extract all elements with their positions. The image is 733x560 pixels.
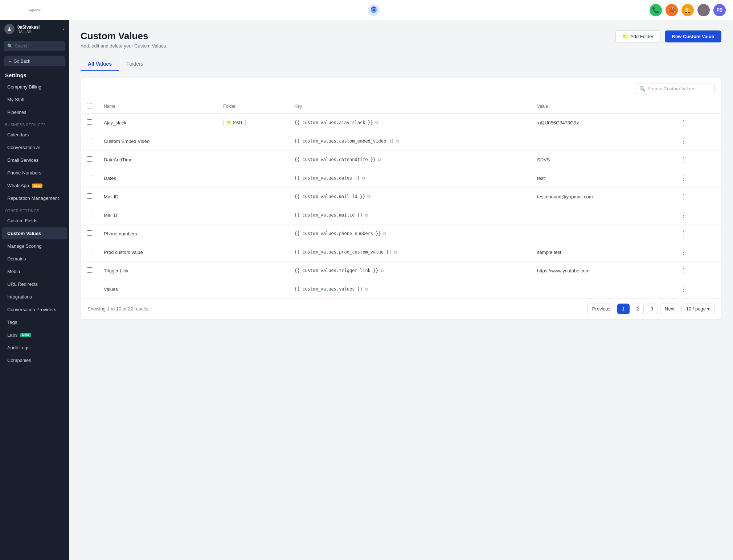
- row-menu-button[interactable]: ⋮: [677, 247, 689, 257]
- copy-icon[interactable]: ⧉: [362, 176, 365, 181]
- row-checkbox[interactable]: [87, 286, 92, 291]
- sidebar-item-media[interactable]: Media: [2, 265, 67, 277]
- row-menu-button[interactable]: ⋮: [677, 284, 689, 294]
- user-avatar-button[interactable]: PB: [713, 4, 726, 16]
- sidebar-item-email-services[interactable]: Email Services: [2, 154, 67, 166]
- col-name: Name: [98, 99, 217, 114]
- row-key: {{ custom_values.ajay_slack }} ⧉: [288, 114, 531, 132]
- copy-icon[interactable]: ⧉: [365, 287, 368, 292]
- table-row: Mail ID {{ custom_values.mail_id }} ⧉ te…: [81, 188, 721, 206]
- sidebar-item-label: Tags: [7, 320, 17, 325]
- copy-icon[interactable]: ⧉: [396, 139, 400, 144]
- row-menu-button[interactable]: ⋮: [677, 118, 689, 127]
- tab-folders[interactable]: Folders: [119, 57, 151, 71]
- sidebar-item-my-staff[interactable]: My Staff: [2, 94, 67, 106]
- help-icon-button[interactable]: ❓: [697, 4, 710, 16]
- sidebar-item-conversation-ai[interactable]: Conversation AI: [2, 141, 67, 153]
- sidebar-item-calendars[interactable]: Calendars: [2, 129, 67, 141]
- sidebar-item-custom-values[interactable]: Custom Values: [2, 227, 67, 239]
- sidebar-item-manage-scoring[interactable]: Manage Scoring: [2, 240, 67, 252]
- search-custom-values-box[interactable]: 🔍: [635, 83, 714, 94]
- row-menu-button[interactable]: ⋮: [677, 192, 689, 201]
- sidebar-item-label: Custom Fields: [7, 218, 37, 223]
- row-menu-button[interactable]: ⋮: [677, 173, 689, 183]
- row-menu-button[interactable]: ⋮: [677, 155, 689, 164]
- tab-all-values[interactable]: All Values: [81, 57, 119, 71]
- sidebar-item-domains[interactable]: Domains: [2, 253, 67, 265]
- sidebar-search-box[interactable]: 🔍 ⌘K +: [4, 41, 65, 51]
- select-all-checkbox[interactable]: [87, 103, 92, 108]
- row-value: testinbound@yopmail.com: [531, 188, 671, 206]
- row-menu-button[interactable]: ⋮: [677, 229, 689, 238]
- app-logo-icon: [367, 4, 380, 17]
- svg-point-2: [373, 9, 375, 11]
- row-menu-button[interactable]: ⋮: [677, 136, 689, 146]
- table-row: MailID {{ custom_values.mailid }} ⧉ ⋮: [81, 206, 721, 225]
- folder-badge: 📁 test1: [223, 119, 246, 126]
- per-page-selector[interactable]: 10 / page ▾: [681, 304, 714, 314]
- table-row: Custom Embed Video {{ custom_values.cust…: [81, 132, 721, 151]
- page-1-button[interactable]: 1: [617, 304, 629, 314]
- sidebar-item-url-redirects[interactable]: URL Redirects: [2, 278, 67, 290]
- sidebar-item-audit-logs[interactable]: Audit Logs: [2, 342, 67, 354]
- row-value: <@U056G3473G9>: [531, 114, 671, 132]
- row-name: Dates: [98, 169, 217, 188]
- row-checkbox[interactable]: [87, 230, 92, 236]
- new-badge: New: [20, 333, 31, 337]
- row-menu-button[interactable]: ⋮: [677, 210, 689, 220]
- row-checkbox[interactable]: [87, 249, 92, 254]
- sidebar-item-integrations[interactable]: Integrations: [2, 291, 67, 303]
- row-folder: [217, 262, 288, 280]
- copy-icon[interactable]: ⧉: [367, 194, 370, 199]
- sidebar-item-custom-fields[interactable]: Custom Fields: [2, 215, 67, 227]
- sidebar-item-phone-numbers[interactable]: Phone Numbers: [2, 167, 67, 179]
- row-checkbox[interactable]: [87, 212, 92, 217]
- prev-page-button[interactable]: Previous: [587, 304, 615, 314]
- new-custom-value-button[interactable]: New Custom Value: [665, 30, 721, 42]
- row-key: {{ custom_values.mailid }} ⧉: [288, 206, 531, 225]
- sidebar-item-tags[interactable]: Tags: [2, 316, 67, 328]
- row-name: Phone numbers: [98, 225, 217, 243]
- add-folder-button[interactable]: 📁 Add Folder: [615, 30, 660, 42]
- sidebar-item-conversation-providers[interactable]: Conversation Providers: [2, 304, 67, 316]
- row-actions: ⋮: [671, 206, 721, 225]
- megaphone-icon-button[interactable]: 📣: [666, 4, 678, 16]
- phone-icon-button[interactable]: 📞: [650, 4, 662, 16]
- copy-icon[interactable]: ⧉: [378, 157, 381, 162]
- search-custom-values-input[interactable]: [647, 86, 710, 91]
- sidebar-item-whatsapp[interactable]: WhatsApp beta: [2, 180, 67, 192]
- table-toolbar: 🔍: [81, 78, 721, 99]
- sidebar-user[interactable]: 0aSivakasi DALLAS, ▾: [0, 20, 69, 38]
- row-menu-button[interactable]: ⋮: [677, 266, 689, 275]
- page-3-button[interactable]: 3: [646, 304, 658, 314]
- sidebar-item-companies[interactable]: Companies: [2, 354, 67, 366]
- row-checkbox[interactable]: [87, 175, 92, 180]
- copy-icon[interactable]: ⧉: [375, 120, 378, 125]
- content-area: Custom Values Add, edit and delete your …: [69, 20, 733, 560]
- sidebar-logo: "Agency": [0, 0, 69, 20]
- sidebar-item-company-billing[interactable]: Company Billing: [2, 81, 67, 93]
- row-checkbox[interactable]: [87, 193, 92, 199]
- row-actions: ⋮: [671, 114, 721, 132]
- row-value: SDVS: [531, 151, 671, 169]
- search-input[interactable]: [15, 44, 69, 49]
- copy-icon[interactable]: ⧉: [381, 268, 384, 273]
- sidebar-item-pipelines[interactable]: Pipelines: [2, 106, 67, 118]
- row-checkbox[interactable]: [87, 138, 92, 143]
- row-value: [531, 132, 671, 151]
- next-page-button[interactable]: Next: [660, 304, 679, 314]
- row-checkbox[interactable]: [87, 119, 92, 125]
- row-checkbox[interactable]: [87, 156, 92, 162]
- copy-icon[interactable]: ⧉: [365, 213, 368, 218]
- sidebar-item-reputation-management[interactable]: Reputation Management: [2, 192, 67, 204]
- page-2-button[interactable]: 2: [632, 304, 644, 314]
- tabs: All Values Folders: [81, 57, 721, 71]
- go-back-button[interactable]: ← Go Back: [4, 56, 65, 66]
- row-value: [531, 225, 671, 243]
- sidebar-item-labs[interactable]: Labs New: [2, 329, 67, 341]
- bell-icon-button[interactable]: 🔔: [681, 4, 694, 16]
- row-checkbox[interactable]: [87, 267, 92, 273]
- row-key: {{ custom_values.prod_custom_value }} ⧉: [288, 243, 531, 262]
- copy-icon[interactable]: ⧉: [394, 250, 397, 255]
- copy-icon[interactable]: ⧉: [383, 231, 386, 236]
